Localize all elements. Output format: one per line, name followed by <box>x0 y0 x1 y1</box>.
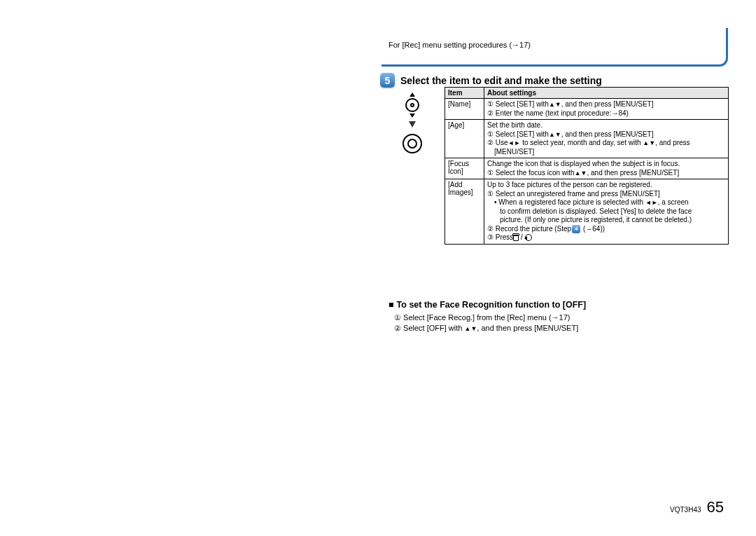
dpad-updown-icon <box>400 93 424 117</box>
page-number: 65 <box>707 498 724 516</box>
cell-about: Change the icon that is displayed when t… <box>484 158 729 179</box>
top-note: For [Rec] menu setting procedures (→17) <box>388 41 531 49</box>
menu-set-button-icon <box>400 132 424 156</box>
top-note-ref: →17 <box>512 41 528 49</box>
up-down-icon: ▲▼ <box>464 324 477 333</box>
return-icon <box>525 234 532 241</box>
cell-about: ① Select [SET] with ▲▼, and then press [… <box>484 99 729 120</box>
step-badge: 5 <box>380 73 395 88</box>
up-down-icon: ▲▼ <box>575 170 587 177</box>
left-right-icon: ◄► <box>645 199 658 207</box>
settings-table: Item About settings [Name] ① Select [SET… <box>444 87 729 245</box>
footer: VQT3H43 65 <box>670 498 724 516</box>
down-arrow-icon <box>409 121 416 128</box>
th-about: About settings <box>484 88 729 99</box>
step4-badge-icon: 4 <box>572 225 580 233</box>
top-note-prefix: For [Rec] menu setting procedures ( <box>388 41 512 49</box>
page: For [Rec] menu setting procedures (→17) … <box>0 0 756 536</box>
cell-item: [Age] <box>445 120 484 158</box>
cell-item: [AddImages] <box>445 179 484 245</box>
doc-code: VQT3H43 <box>670 506 701 514</box>
table-row: [FocusIcon] Change the icon that is disp… <box>445 158 729 179</box>
cell-item: [Name] <box>445 99 484 120</box>
step-row: 5 Select the item to edit and make the s… <box>380 73 602 88</box>
sub-list: ① Select [Face Recog.] from the [Rec] me… <box>394 312 578 334</box>
cell-item: [FocusIcon] <box>445 158 484 179</box>
step-title: Select the item to edit and make the set… <box>400 75 602 86</box>
square-bullet-icon: ■ <box>388 300 394 310</box>
table-row: [AddImages] Up to 3 face pictures of the… <box>445 179 729 245</box>
cell-about: Set the birth date. ① Select [SET] with … <box>484 120 729 158</box>
th-item: Item <box>445 88 484 99</box>
sub-heading: ■To set the Face Recognition function to… <box>388 300 586 310</box>
up-down-icon: ▲▼ <box>549 131 561 139</box>
cell-about: Up to 3 face pictures of the person can … <box>484 179 729 245</box>
left-right-icon: ◄► <box>508 139 521 147</box>
control-diagram <box>400 93 424 156</box>
table-row: [Age] Set the birth date. ① Select [SET]… <box>445 120 729 158</box>
trash-icon <box>513 235 519 241</box>
up-down-icon: ▲▼ <box>643 139 655 147</box>
top-note-suffix: ) <box>528 41 531 49</box>
table-row: [Name] ① Select [SET] with ▲▼, and then … <box>445 99 729 120</box>
step-number: 5 <box>380 73 395 88</box>
up-down-icon: ▲▼ <box>549 101 561 109</box>
